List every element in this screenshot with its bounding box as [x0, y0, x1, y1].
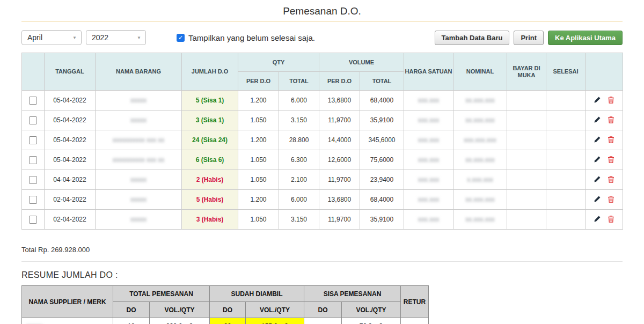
header-vol-per-do: PER D.O	[319, 72, 360, 91]
qty-per-do: 1.200	[238, 130, 279, 150]
order-row: 05-04-2022 xxxxxxxxxx xxx xx 24 (Sisa 24…	[22, 130, 623, 150]
delete-icon[interactable]	[608, 215, 614, 224]
selesai-cell	[546, 210, 586, 230]
toolbar: April ▼ 2022 ▼ ✓ Tampilkan yang belum se…	[21, 30, 623, 46]
toolbar-buttons: Tambah Data Baru Print Ke Aplikasi Utama	[435, 31, 623, 45]
grand-total: Total Rp. 269.928.000	[21, 246, 623, 254]
header-qty-per-do: PER D.O	[238, 72, 279, 91]
title-divider	[21, 21, 623, 22]
row-select-checkbox[interactable]	[29, 116, 37, 124]
vol-total: 23,9400	[360, 170, 404, 190]
diambil-do: 22	[210, 318, 246, 324]
filter-checkbox-label: Tampilkan yang belum selesai saja.	[188, 33, 315, 42]
edit-icon[interactable]	[594, 215, 601, 224]
header-actions-col	[586, 53, 623, 91]
vol-per-do: 11,9700	[319, 210, 360, 230]
delete-icon[interactable]	[608, 195, 614, 204]
nominal-redacted: x.xxx.xxx	[467, 176, 493, 183]
item-name-redacted: xxxxxxxxxx xxx xx	[113, 156, 165, 164]
nominal-redacted: xx.xxx.xxx	[465, 97, 495, 104]
edit-icon[interactable]	[594, 175, 601, 185]
bayar-di-muka-cell	[507, 91, 546, 111]
delete-icon[interactable]	[608, 116, 614, 125]
chevron-down-icon: ▼	[137, 35, 141, 40]
harga-satuan-redacted: xxx.xxx	[418, 196, 439, 203]
add-data-button[interactable]: Tambah Data Baru	[435, 31, 510, 45]
resume-row: xxxxx 18 232,6 m3 22 155,6 m3 76,9 m3	[22, 318, 429, 324]
page: Pemesanan D.O. April ▼ 2022 ▼ ✓ Tampilka…	[0, 4, 644, 324]
row-select-checkbox[interactable]	[29, 97, 37, 105]
vol-total: 35,9100	[360, 210, 404, 230]
jumlah-do-value: 5 (Sisa 1)	[196, 97, 224, 104]
item-name-redacted: xxxxx	[130, 116, 147, 124]
edit-icon[interactable]	[594, 195, 601, 204]
vol-per-do: 11,9700	[319, 170, 360, 190]
selesai-cell	[546, 190, 586, 210]
delete-icon[interactable]	[608, 156, 614, 165]
year-select[interactable]: 2022 ▼	[86, 30, 146, 45]
row-select-checkbox[interactable]	[29, 156, 37, 164]
edit-icon[interactable]	[594, 156, 601, 165]
main-app-button[interactable]: Ke Aplikasi Utama	[548, 31, 623, 45]
qty-total: 2.100	[279, 170, 319, 190]
delete-icon[interactable]	[608, 136, 614, 145]
qty-per-do: 1.200	[238, 91, 279, 111]
checkbox-checked-icon[interactable]: ✓	[177, 34, 185, 42]
bayar-di-muka-cell	[507, 111, 546, 130]
year-select-value: 2022	[92, 33, 108, 42]
harga-satuan-redacted: xxx.xxx	[418, 156, 439, 164]
month-select-value: April	[27, 33, 42, 42]
order-row: 05-04-2022 xxxxx 5 (Sisa 1) 1.200 6.000 …	[22, 91, 623, 111]
edit-icon[interactable]	[594, 96, 601, 105]
section-divider	[21, 261, 623, 262]
bayar-di-muka-cell	[507, 190, 546, 210]
order-row: 02-04-2022 xxxxx 3 (Habis) 1.050 3.150 1…	[22, 210, 623, 230]
resume-header-vol: VOL./QTY	[342, 302, 401, 318]
qty-per-do: 1.200	[238, 190, 279, 210]
supplier-name: xxxxx	[26, 322, 42, 324]
qty-total: 6.000	[279, 190, 319, 210]
sisa-do	[304, 318, 342, 324]
selesai-cell	[546, 170, 586, 190]
qty-total: 6.300	[279, 150, 319, 170]
item-name-redacted: xxxxxxxxxx xxx xx	[113, 136, 165, 144]
row-select-checkbox[interactable]	[29, 196, 37, 204]
jumlah-do-value: 3 (Sisa 1)	[196, 116, 224, 124]
harga-satuan-redacted: xxx.xxx	[418, 216, 439, 223]
row-select-checkbox[interactable]	[29, 176, 37, 184]
bayar-di-muka-cell	[507, 130, 546, 150]
vol-total: 68,4000	[360, 91, 404, 111]
print-button[interactable]: Print	[514, 31, 544, 45]
filter-unfinished-checkbox[interactable]: ✓ Tampilkan yang belum selesai saja.	[177, 33, 315, 42]
jumlah-do-value: 3 (Habis)	[196, 216, 224, 223]
selesai-cell	[546, 150, 586, 170]
resume-header-sisa-pemesanan: SISA PEMESANAN	[304, 286, 401, 302]
bayar-di-muka-cell	[507, 210, 546, 230]
vol-per-do: 14,4000	[319, 130, 360, 150]
delete-icon[interactable]	[608, 96, 614, 105]
resume-header-sudah-diambil: SUDAH DIAMBIL	[210, 286, 304, 302]
edit-icon[interactable]	[594, 136, 601, 145]
delete-icon[interactable]	[608, 175, 614, 185]
item-name-redacted: xxxxx	[130, 216, 147, 223]
row-select-checkbox[interactable]	[29, 216, 37, 224]
vol-per-do: 13,6800	[319, 190, 360, 210]
qty-per-do: 1.050	[238, 150, 279, 170]
vol-total: 68,4000	[360, 190, 404, 210]
header-vol-total: TOTAL	[360, 72, 404, 91]
qty-total: 3.150	[279, 210, 319, 230]
row-select-checkbox[interactable]	[29, 136, 37, 144]
order-row: 05-04-2022 xxxxx 3 (Sisa 1) 1.050 3.150 …	[22, 111, 623, 130]
harga-satuan-redacted: xxx.xxx	[418, 97, 439, 104]
qty-per-do: 1.050	[238, 210, 279, 230]
header-select-col	[22, 53, 45, 91]
qty-total: 28.800	[279, 130, 319, 150]
resume-header-name: NAMA SUPPLIER / MERK	[22, 286, 113, 318]
month-select[interactable]: April ▼	[21, 30, 82, 45]
diambil-vol: 155,6 m3	[246, 318, 304, 324]
edit-icon[interactable]	[594, 116, 601, 125]
orders-table-header: TANGGAL NAMA BARANG JUMLAH D.O QTY VOLUM…	[22, 53, 623, 91]
vol-per-do: 13,6800	[319, 91, 360, 111]
harga-satuan-redacted: xxx.xxx	[418, 136, 439, 144]
nominal-redacted: xx.xxx.xxx	[465, 216, 495, 223]
